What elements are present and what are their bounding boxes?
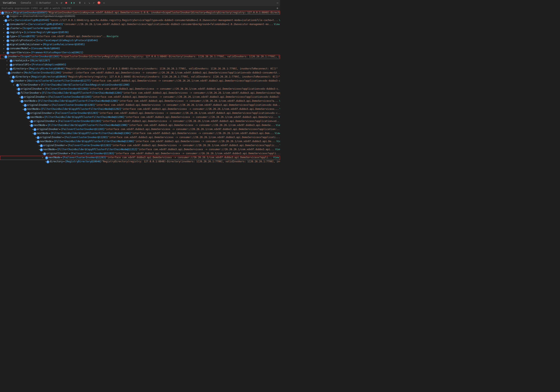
tree-arrow[interactable] xyxy=(3,43,6,46)
pause-icon[interactable]: ⏸ xyxy=(78,1,82,5)
tree-arrow[interactable] xyxy=(36,140,37,142)
tree-row[interactable]: foriginalInvoker = {FailoverClusterInvok… xyxy=(0,128,280,132)
view-link[interactable]: View xyxy=(279,19,280,22)
tab-actuator[interactable]: ⬡ Actuator xyxy=(35,0,52,5)
step-out-icon[interactable]: ↗ xyxy=(92,1,95,5)
view-link[interactable]: View xyxy=(278,116,280,119)
edit-icon[interactable]: ✏ xyxy=(102,1,106,5)
tree-row[interactable]: foriginalInvoker = {FailoverClusterInvok… xyxy=(0,103,280,107)
step-over-icon[interactable]: ↓ xyxy=(83,1,86,5)
mute-icon[interactable]: ⛔ xyxy=(97,1,101,5)
tree-arrow[interactable] xyxy=(39,144,40,147)
tree-row[interactable]: foriginalInvoker = {FailoverClusterInvok… xyxy=(0,95,280,99)
tree-arrow[interactable] xyxy=(32,128,33,131)
tree-arrow[interactable] xyxy=(16,87,17,90)
tree-row[interactable]: fdirectory = {RegistryDirectory@10646} "… xyxy=(0,75,280,79)
tree-arrow[interactable] xyxy=(42,152,43,155)
tree-row[interactable]: foriginalInvoker = {FailoverClusterInvok… xyxy=(0,111,280,115)
stop-icon[interactable]: ⏹ xyxy=(64,1,69,5)
eval-input[interactable] xyxy=(2,7,276,10)
view-link[interactable]: View xyxy=(280,108,280,111)
tree-arrow[interactable] xyxy=(3,23,6,25)
view-link[interactable]: View xyxy=(280,144,280,147)
view-link[interactable]: View xyxy=(279,100,280,102)
tree-arrow[interactable] xyxy=(32,132,33,134)
tree-arrow[interactable] xyxy=(0,11,1,14)
tree-arrow[interactable] xyxy=(45,160,46,163)
tree-row[interactable]: fmigrationRuleListener = {MigrationRuleL… xyxy=(0,43,280,47)
tree-arrow[interactable] xyxy=(3,15,6,17)
tree-row[interactable]: finvoker = {ScopeClusterInvoker@11265} "… xyxy=(0,55,280,59)
tree-arrow[interactable] xyxy=(3,55,4,58)
tree-row[interactable]: foriginalInvoker = {FailoverClusterInvok… xyxy=(0,120,280,123)
tree-arrow[interactable] xyxy=(36,136,37,139)
tree-arrow[interactable] xyxy=(3,35,6,38)
tree-arrow[interactable] xyxy=(13,83,16,86)
tree-row[interactable]: fnextNode = {FilterChainBuilder$CopyOfCl… xyxy=(0,115,280,120)
tree-arrow[interactable] xyxy=(3,51,6,54)
tree-row[interactable]: foriginalInvoker = {FailoverClusterInvok… xyxy=(0,144,280,148)
view-link[interactable]: View xyxy=(275,148,280,151)
tree-row[interactable]: fregistryProtocol = {InterfaceCompatible… xyxy=(0,39,280,43)
tree-arrow[interactable] xyxy=(42,156,45,159)
tree-arrow[interactable] xyxy=(23,108,24,110)
tree-row[interactable]: fnextNode = {FilterChainBuilder$CopyOfCl… xyxy=(0,132,280,136)
tree-row[interactable]: fthis = {MigrationInvoker@10587} "Migrat… xyxy=(0,11,280,15)
tree-row[interactable]: ffilterInvoker = {FilterChainBuilder$Clu… xyxy=(0,83,280,87)
tree-row[interactable]: fcluster = {ScopeClusterWrapper@10538} xyxy=(0,27,280,31)
tree-arrow[interactable] xyxy=(26,116,27,118)
tree-arrow[interactable] xyxy=(10,79,11,82)
tree-row[interactable]: fcreateLock = {Object@11267} xyxy=(0,59,280,63)
tree-arrow[interactable] xyxy=(29,124,30,126)
add-watch-icon[interactable]: + xyxy=(276,6,278,10)
tree-arrow[interactable] xyxy=(39,148,40,151)
tree-row[interactable]: foriginalInvoker = {FailoverClusterInvok… xyxy=(0,152,280,156)
tree-row[interactable]: foriginalInvoker = {FailoverClusterInvok… xyxy=(0,87,280,91)
tab-console[interactable]: Console xyxy=(20,0,32,5)
tree-arrow[interactable] xyxy=(19,100,20,102)
tree-arrow[interactable] xyxy=(3,27,6,30)
tree-arrow[interactable] xyxy=(6,67,10,70)
view-link[interactable]: View xyxy=(275,132,280,135)
more-icon[interactable]: ⋯ xyxy=(277,1,278,4)
view-link[interactable]: View xyxy=(274,23,280,26)
tree-arrow[interactable] xyxy=(29,120,30,122)
tree-arrow[interactable] xyxy=(23,104,24,106)
view-link[interactable]: View xyxy=(273,156,279,159)
tree-row[interactable]: foriginalInvoker = {FailoverClusterInvok… xyxy=(0,136,280,140)
tree-arrow[interactable] xyxy=(3,31,6,33)
tree-row[interactable]: fnextNode = {FilterChainBuilder$CopyOfCl… xyxy=(0,99,280,103)
tree-row[interactable]: fnextNode = {FilterChainBuilder$CopyOfCl… xyxy=(0,123,280,128)
view-link[interactable]: Navigate xyxy=(107,35,119,38)
tree-arrow[interactable] xyxy=(3,47,6,50)
tree-arrow[interactable] xyxy=(19,95,20,98)
tree-arrow[interactable] xyxy=(26,112,27,114)
tree-row[interactable]: fregistry = {ListenerRegistryWrapper@105… xyxy=(0,31,280,35)
back-icon[interactable]: ↺ xyxy=(60,1,63,5)
tree-row[interactable]: fconsumerModel = {ConsumerModel@8840} xyxy=(0,47,280,51)
tree-row[interactable]: FnextNode = {FilterChainBuilder$CopyOfCl… xyxy=(0,107,280,111)
tab-variables[interactable]: Variables xyxy=(2,0,17,5)
view-link[interactable]: View xyxy=(276,124,280,127)
tree-row[interactable]: fdirectory = {RegistryDirectory@10646} "… xyxy=(0,160,280,164)
tree-row[interactable]: fprotocolSPI = {Protocol$Adaptive@8845} xyxy=(0,63,280,67)
tree-row[interactable]: finvoker = {MockClusterInvoker@11266} "i… xyxy=(0,71,280,75)
tree-row[interactable]: ffilterInvoker = {FilterChainBuilder$Cop… xyxy=(0,91,280,95)
tree-row[interactable]: fnextNode = {FilterChainBuilder$CopyOfCl… xyxy=(0,148,280,152)
tree-row[interactable]: flogger = {FailsafeErrorTypeAwareLogger@… xyxy=(0,15,280,19)
view-link[interactable]: View xyxy=(276,140,280,143)
tree-row[interactable]: freportService = {FrameworkStatusReportS… xyxy=(0,51,280,55)
tree-arrow[interactable] xyxy=(10,75,12,78)
refresh-icon[interactable]: ↻ xyxy=(56,1,59,5)
resume-icon[interactable]: ⏵⏵ xyxy=(70,1,77,5)
tree-row[interactable]: fconsumerUrl = {ServiceConfigURL@10543} … xyxy=(0,23,280,27)
step-into-icon[interactable]: ↘ xyxy=(88,1,91,5)
tree-arrow[interactable] xyxy=(6,71,8,74)
tree-row[interactable]: finvoker = {AbstractCluster$ClusterFilte… xyxy=(0,79,280,83)
tree-arrow[interactable] xyxy=(6,59,10,62)
tree-arrow[interactable] xyxy=(6,63,10,66)
tree-row[interactable]: fnextNode = {FailoverClusterInvoker@1128… xyxy=(0,156,280,160)
tree-row[interactable]: fdirectory = {RegistryDirectory@10646} "… xyxy=(0,67,280,71)
tree-row[interactable]: fnextNode = {FilterChainBuilder$CopyOfCl… xyxy=(0,140,280,144)
tree-row[interactable]: furl = {ServiceConfigURL@10540} "nacos:/… xyxy=(0,19,280,23)
